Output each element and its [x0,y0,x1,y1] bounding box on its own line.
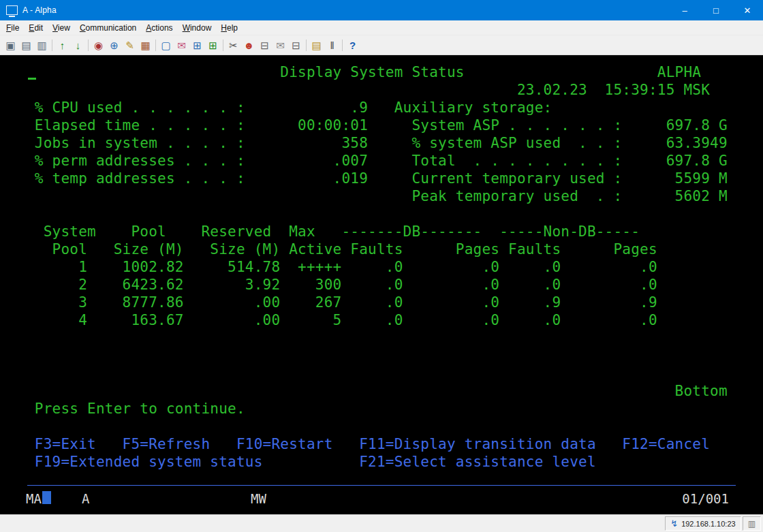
oia-cursor-position: 01/001 [682,491,729,506]
terminal-line: % perm addresses . . . : .007 Total . . … [26,152,728,170]
terminal-line: Pool Size (M) Size (M) Active Faults Pag… [26,240,728,258]
text-cursor [28,78,36,80]
app-window: A - Alpha – □ ✕ File Edit View Communica… [0,0,763,532]
menu-actions[interactable]: Actions [141,23,177,33]
session-history-icon: ▥ [748,519,756,529]
menu-window[interactable]: Window [178,23,217,33]
grid-blue-icon[interactable]: ⊞ [189,37,205,52]
note-icon[interactable]: ▤ [309,37,324,52]
barcode-icon[interactable]: ‖ [324,37,340,52]
terminal-line [26,329,728,347]
printer-2-icon[interactable]: ⊟ [288,37,304,52]
grid-green-icon[interactable]: ⊞ [205,37,221,52]
toolbar-separator [52,40,52,51]
menu-file-label: ile [11,23,19,33]
paste-icon[interactable]: ▤ [18,37,34,52]
toolbar: ▣ ▤ ▥ ↑ ↓ ◉ ⊕ ✎ ▦ ▢ ✉ ⊞ ⊞ ✂ ☻ ⊟ ✉ ⊟ ▤ ‖ … [0,35,763,55]
maximize-button[interactable]: □ [700,0,732,20]
terminal-line [26,418,728,435]
menu-view-mnemonic: V [52,23,58,33]
connection-icon: ↯ [670,518,678,529]
window-controls: – □ ✕ [669,0,763,20]
menu-help[interactable]: Help [216,23,243,33]
connection-status: ↯ 192.168.1.10:23 [665,516,741,531]
menu-view[interactable]: View [48,23,75,33]
terminal-screen[interactable]: Display System Status ALPHA 23.02.23 15:… [0,55,763,514]
copy-icon[interactable]: ▣ [3,37,18,52]
oia-status-row: MA A MW 01/001 [26,491,737,506]
package-icon[interactable]: ▦ [138,37,153,52]
oia-cursor-block-icon [42,491,51,504]
play-macro-icon[interactable]: ⊕ [106,37,122,52]
menu-edit-label: dit [34,23,43,33]
terminal-line: % CPU used . . . . . . : .9 Auxiliary st… [26,99,728,116]
window-title: A - Alpha [22,5,57,15]
status-indicator: ▥ [743,516,761,531]
terminal-line: 3 8777.86 .00 267 .0 .0 .9 .9 [26,294,728,311]
menu-window-label: indow [190,23,211,33]
terminal-line [26,347,728,364]
mail-icon[interactable]: ✉ [272,37,288,52]
oia-shift-indicator: A [82,491,89,506]
oia-message-indicator: MW [251,491,266,506]
menu-communication-mnemonic: C [80,23,86,33]
menu-actions-label: ctions [151,23,172,33]
oia-separator-line [27,485,736,486]
terminal-function-keys-line: F3=Exit F5=Refresh F10=Restart F11=Displ… [26,435,728,453]
terminal-line: Jobs in system . . . . : 358 % system AS… [26,134,728,152]
send-file-icon[interactable]: ↑ [54,37,70,52]
toolbar-separator [155,40,156,51]
terminal-line: 23.02.23 15:39:15 MSK [26,81,728,99]
printer-icon[interactable]: ⊟ [257,37,272,52]
terminal-line [26,471,728,488]
menu-communication[interactable]: Communication [75,23,141,33]
connection-address: 192.168.1.10:23 [681,520,736,528]
terminal-line: 1 1002.82 514.78 +++++ .0 .0 .0 .0 [26,258,728,276]
edit-notepad-icon[interactable]: ✎ [122,37,138,52]
close-button[interactable]: ✕ [732,0,763,20]
menu-file[interactable]: File [1,23,24,33]
envelope-pink-icon[interactable]: ✉ [174,37,189,52]
window-titlebar[interactable]: A - Alpha – □ ✕ [0,0,763,20]
terminal-line: System Pool Reserved Max -------DB------… [26,223,728,240]
toolbar-separator [88,40,89,51]
menu-window-mnemonic: W [183,23,190,33]
menu-edit[interactable]: Edit [24,23,48,33]
terminal-line: Press Enter to continue. [26,400,728,418]
terminal-line [26,205,728,223]
menu-view-label: iew [58,23,70,33]
terminal-line: % temp addresses . . . : .019 Current te… [26,170,728,187]
toolbar-separator [306,40,307,51]
status-bar: ↯ 192.168.1.10:23 ▥ [0,514,763,532]
receive-file-icon[interactable]: ↓ [70,37,86,52]
terminal-line: 2 6423.62 3.92 300 .0 .0 .0 .0 [26,276,728,294]
terminal-line: Bottom [26,382,728,400]
terminal-function-keys-line: F19=Extended system status F21=Select as… [26,453,728,471]
record-macro-icon[interactable]: ◉ [91,37,106,52]
terminal-text-area: Display System Status ALPHA 23.02.23 15:… [26,63,728,488]
toolbar-separator [223,40,223,51]
toolbar-separator [342,40,343,51]
scissors-icon[interactable]: ✂ [225,37,241,52]
terminal-line: Peak temporary used . : 5602 M [26,187,728,205]
oia-system-indicator: MA [26,491,42,506]
terminal-line [26,364,728,382]
menubar: File Edit View Communication Actions Win… [0,20,763,35]
terminal-line: 4 163.67 .00 5 .0 .0 .0 .0 [26,311,728,329]
help-icon[interactable]: ? [345,37,360,52]
minimize-button[interactable]: – [669,0,700,20]
user-icon[interactable]: ☻ [241,37,257,52]
clipboard-icon[interactable]: ▥ [34,37,50,52]
terminal-line: Elapsed time . . . . . : 00:00:01 System… [26,116,728,134]
terminal-line: Display System Status ALPHA [26,63,728,81]
display-session-icon[interactable]: ▢ [158,37,174,52]
menu-communication-label: ommunication [86,23,137,33]
menu-help-mnemonic: H [221,23,227,33]
terminal-app-icon [6,5,18,15]
menu-help-label: elp [227,23,238,33]
